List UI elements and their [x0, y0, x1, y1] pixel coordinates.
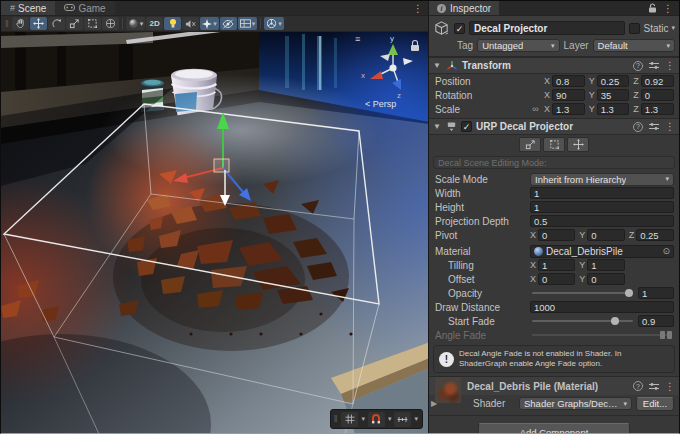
- scale-mode-label: Scale Mode: [435, 174, 527, 185]
- gameobject-name-field[interactable]: Decal Projector: [469, 21, 625, 35]
- height-field[interactable]: 1: [530, 201, 674, 213]
- snapbar-handle-icon[interactable]: ‖: [334, 414, 338, 424]
- material-object-field[interactable]: Decal_DebrisPile ⊙: [530, 245, 674, 258]
- component-menu-icon[interactable]: ⋮: [665, 60, 675, 71]
- position-y-field[interactable]: 0.25: [597, 75, 630, 87]
- decal-enabled-checkbox[interactable]: ✓: [461, 121, 472, 132]
- edit-pivot-button[interactable]: [567, 137, 589, 152]
- decal-projector-header[interactable]: ▼ ✓ URP Decal Projector ? ⋮: [429, 118, 679, 135]
- shader-dropdown[interactable]: Shader Graphs/Decal_HeightMask ▾: [519, 397, 632, 410]
- scale-z-field[interactable]: 1.3: [641, 103, 674, 115]
- tilling-x-field[interactable]: 1: [538, 259, 575, 271]
- shaded-sphere-icon: [128, 18, 139, 29]
- offset-row: Offset X0 Y0: [429, 272, 679, 286]
- transform-header[interactable]: ▼ Transform ? ⋮: [429, 57, 679, 74]
- gizmos-dropdown[interactable]: ▾: [264, 17, 284, 30]
- scene-viewport[interactable]: ≡ y x z < Per: [1, 32, 428, 433]
- rotate-tool-button[interactable]: [48, 17, 65, 30]
- opacity-field[interactable]: 1: [638, 287, 674, 299]
- inspector-menu-icon[interactable]: ⋮: [663, 3, 673, 14]
- object-picker-icon[interactable]: ⊙: [662, 246, 670, 256]
- scale-tool-button[interactable]: [66, 17, 83, 30]
- toolbar-drag-handle-icon[interactable]: ‖: [3, 19, 11, 29]
- dropdown-arrow-icon[interactable]: ▾: [360, 415, 366, 423]
- component-menu-icon[interactable]: ⋮: [665, 381, 675, 392]
- draw-mode-dropdown[interactable]: ▾: [126, 17, 146, 30]
- presets-icon[interactable]: [649, 382, 659, 391]
- static-dropdown-icon[interactable]: ▾: [671, 24, 675, 32]
- gameobject-cube-icon[interactable]: [433, 20, 450, 37]
- material-section-header[interactable]: Decal_Debris Pile (Material) ? ⋮: [429, 376, 679, 395]
- position-x-field[interactable]: 0.8: [552, 75, 585, 87]
- scale-x-field[interactable]: 1.3: [552, 103, 585, 115]
- shader-value: Shader Graphs/Decal_HeightMask: [524, 398, 620, 409]
- offset-x-field[interactable]: 0: [538, 273, 575, 285]
- tab-inspector[interactable]: i Inspector: [429, 1, 499, 15]
- static-checkbox[interactable]: ✓: [629, 23, 640, 34]
- help-icon[interactable]: ?: [633, 381, 643, 391]
- tilling-y-field[interactable]: 1: [587, 259, 624, 271]
- position-z-field[interactable]: 0.92: [641, 75, 674, 87]
- foldout-icon[interactable]: ▼: [433, 122, 442, 131]
- transform-tool-button[interactable]: [102, 17, 119, 30]
- material-sphere-icon: [534, 247, 543, 256]
- gameobject-enabled-checkbox[interactable]: ✓: [454, 23, 465, 34]
- game-tab-icon: [64, 3, 75, 13]
- material-preview-thumbnail[interactable]: [435, 377, 461, 403]
- help-icon[interactable]: ?: [633, 61, 643, 71]
- help-icon[interactable]: ?: [633, 122, 643, 132]
- layer-dropdown[interactable]: Default ▾: [593, 39, 675, 52]
- axis-z-label: Z: [633, 76, 639, 86]
- lighting-toggle-button[interactable]: [164, 17, 181, 30]
- tab-game[interactable]: Game: [55, 1, 114, 15]
- width-field[interactable]: 1: [530, 187, 674, 199]
- grid-snapping-button[interactable]: [368, 412, 385, 427]
- edit-shader-button[interactable]: Edit...: [636, 397, 674, 411]
- snap-increment-button[interactable]: [394, 412, 411, 427]
- rotation-y-field[interactable]: 35: [597, 89, 630, 101]
- gizmo-center[interactable]: [389, 64, 396, 71]
- edit-crop-button[interactable]: [543, 137, 565, 152]
- projection-depth-field[interactable]: 0.5: [530, 215, 674, 227]
- component-menu-icon[interactable]: ⋮: [665, 121, 675, 132]
- scene-panel-menu-icon[interactable]: ⋮: [413, 3, 423, 14]
- camera-view-dropdown[interactable]: ▾: [238, 17, 258, 30]
- scale-y-field[interactable]: 1.3: [597, 103, 630, 115]
- decal-title: URP Decal Projector: [476, 121, 573, 132]
- presets-icon[interactable]: [649, 61, 659, 70]
- offset-y-field[interactable]: 0: [587, 273, 624, 285]
- persp-label[interactable]: < Persp: [365, 99, 396, 109]
- constrain-proportions-icon[interactable]: ∞: [530, 104, 541, 114]
- inspector-lock-icon[interactable]: [648, 3, 657, 13]
- tab-scene[interactable]: # Scene: [1, 1, 55, 15]
- edit-scale-button[interactable]: [519, 137, 541, 152]
- audio-toggle-button[interactable]: [182, 17, 199, 30]
- rect-tool-button[interactable]: [84, 17, 101, 30]
- 2d-toggle-button[interactable]: 2D: [146, 17, 163, 30]
- rotation-x-field[interactable]: 90: [552, 89, 585, 101]
- overlay-menu-icon[interactable]: ≡: [355, 34, 360, 44]
- scale-mode-dropdown[interactable]: Inherit from Hierarchy ▾: [530, 173, 674, 186]
- dropdown-arrow-icon[interactable]: ▾: [387, 415, 393, 423]
- pivot-y-field[interactable]: 0: [587, 229, 624, 241]
- effects-dropdown[interactable]: ▾: [200, 17, 219, 30]
- start-fade-field[interactable]: 0.9: [638, 315, 674, 327]
- draw-distance-field[interactable]: 1000: [530, 301, 674, 313]
- pivot-z-field[interactable]: 0.25: [636, 229, 674, 241]
- presets-icon[interactable]: [649, 122, 659, 131]
- pivot-label: Pivot: [435, 230, 527, 241]
- foldout-icon[interactable]: ▼: [433, 61, 442, 70]
- pivot-x-field[interactable]: 0: [538, 229, 575, 241]
- start-fade-slider[interactable]: [530, 315, 635, 327]
- move-tool-button[interactable]: [30, 17, 47, 30]
- grid-visual-button[interactable]: [341, 412, 358, 427]
- opacity-slider[interactable]: [530, 287, 635, 299]
- add-component-button[interactable]: Add Component: [478, 423, 630, 434]
- scene-visibility-toggle[interactable]: [220, 17, 237, 30]
- hand-tool-button[interactable]: [12, 17, 29, 30]
- tag-dropdown[interactable]: Untagged ▾: [477, 39, 559, 52]
- gizmo-center-handle[interactable]: [214, 159, 229, 172]
- decal-editing-mode-label: Decal Scene Editing Mode:: [438, 158, 547, 168]
- dropdown-arrow-icon[interactable]: ▾: [413, 415, 419, 423]
- rotation-z-field[interactable]: 0: [641, 89, 674, 101]
